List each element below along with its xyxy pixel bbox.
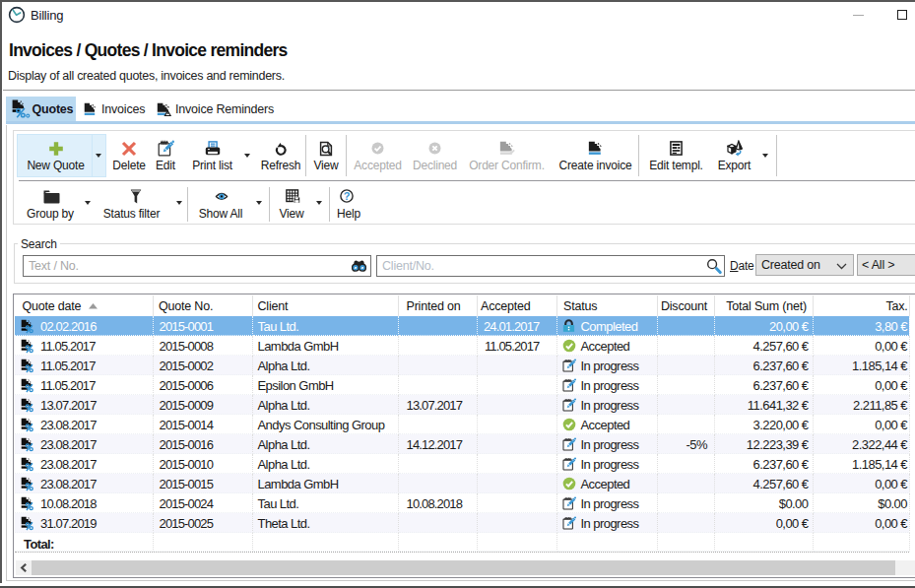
svg-text:?: ? [344,190,351,202]
